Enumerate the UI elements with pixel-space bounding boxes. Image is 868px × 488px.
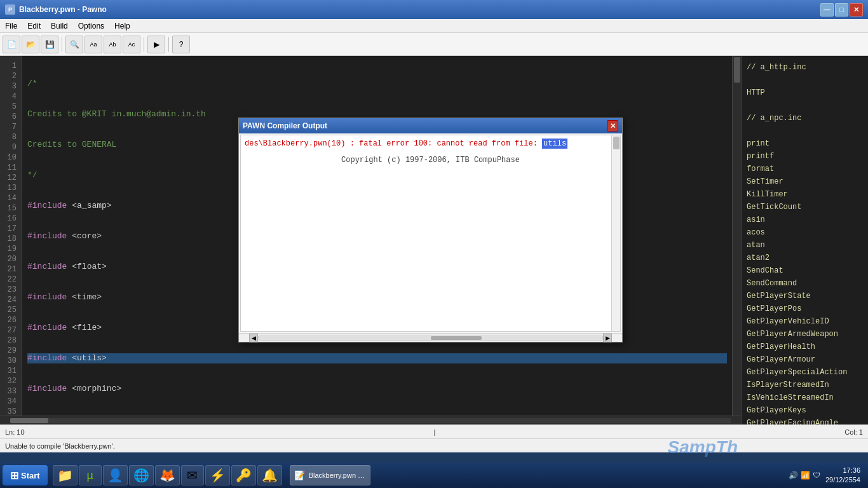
compiler-hscrollbar[interactable]: ◀ ▶ — [239, 333, 622, 342]
menu-edit[interactable]: Edit — [22, 19, 46, 32]
fn-isvehiclestreamedIn: IsVehicleStreamedIn — [744, 391, 865, 404]
compiler-scrollbar[interactable] — [611, 135, 620, 331]
statusbar: Ln: 10 | Col: 1 — [0, 424, 868, 438]
fn-atan: atan — [744, 239, 865, 252]
compiler-dialog: PAWN Compiler Output ✕ des\Blackberry.pw… — [238, 118, 623, 342]
fn-sendchat: SendChat — [744, 264, 865, 277]
taskbar-active-pawno[interactable]: 📝 Blackberry.pwn -... — [290, 465, 370, 485]
open-button[interactable]: 📂 — [22, 36, 39, 53]
fn-getplayerspecialaction: GetPlayerSpecialAction — [744, 366, 865, 379]
start-label: Start — [21, 471, 40, 480]
window-title: Blackberry.pwn - Pawno — [19, 5, 107, 14]
editor-hscrollbar[interactable] — [0, 416, 741, 424]
status-line: Ln: 10 — [5, 428, 25, 436]
menu-file[interactable]: File — [0, 19, 22, 32]
fn-isplayerstreamedIn: IsPlayerStreamedIn — [744, 379, 865, 391]
taskbar-app-key[interactable]: 🔑 — [231, 465, 256, 485]
compiler-close-button[interactable]: ✕ — [607, 120, 618, 132]
compiler-hscrollbar-thumb[interactable] — [431, 336, 482, 340]
code-line-1: /* — [27, 79, 727, 89]
fn-blank-1 — [744, 74, 865, 86]
status-col: Col: 1 — [844, 428, 863, 436]
fn-print: print — [744, 137, 865, 150]
code-line-11: #include <morphinc> — [27, 384, 727, 394]
fn-getplayerfacingangle: GetPlayerFacingAngle — [744, 417, 865, 424]
fn-settimer: SetTimer — [744, 175, 865, 188]
toolbar-separator-2 — [144, 37, 144, 52]
compiler-output: des\Blackberry.pwn(10) : fatal error 100… — [240, 135, 621, 332]
fn-getplayervehicleid: GetPlayerVehicleID — [744, 315, 865, 328]
toolbar: 📄 📂 💾 🔍 Aa Ab Ac ▶ ? — [0, 33, 868, 56]
taskbar-right: 🔊 📶 🛡 17:36 29/12/2554 — [789, 466, 865, 485]
button-a[interactable]: Aa — [85, 36, 102, 53]
editor-hscrollbar-thumb[interactable] — [10, 418, 48, 423]
taskbar-left: ⊞ Start 📁 µ 👤 🌐 🦊 ✉ ⚡ 🔑 🔔 📝 Blackberry.p… — [3, 465, 370, 485]
pawno-taskbar-icon: 📝 — [294, 470, 305, 480]
help-button[interactable]: ? — [172, 36, 190, 53]
fn-getplayerarmour: GetPlayerArmour — [744, 353, 865, 366]
compiler-dialog-title: PAWN Compiler Output — [243, 121, 327, 130]
maximize-button[interactable]: □ — [835, 3, 848, 17]
fn-sendcommand: SendCommand — [744, 277, 865, 290]
firefox-icon: 🦊 — [159, 468, 175, 483]
fn-getplayerkeys: GetPlayerKeys — [744, 404, 865, 417]
find-button[interactable]: 🔍 — [65, 36, 83, 53]
toolbar-separator-1 — [62, 37, 62, 52]
compiler-hscrollbar-track[interactable] — [258, 336, 603, 341]
contacts-icon: 👤 — [107, 468, 123, 483]
bottom-status: Unable to compile 'Blackberry.pwn'. — [0, 438, 868, 452]
compile-button[interactable]: ▶ — [147, 36, 165, 53]
editor-scrollbar[interactable] — [732, 56, 741, 416]
fn-printf: printf — [744, 150, 865, 163]
system-clock[interactable]: 17:36 29/12/2554 — [825, 466, 860, 485]
menu-help[interactable]: Help — [109, 19, 135, 32]
menu-options[interactable]: Options — [73, 19, 109, 32]
utorrent-icon: µ — [86, 469, 93, 482]
taskbar: ⊞ Start 📁 µ 👤 🌐 🦊 ✉ ⚡ 🔑 🔔 📝 Blackberry.p… — [0, 463, 868, 488]
compiler-hscroll-left[interactable]: ◀ — [249, 334, 258, 342]
taskbar-app-firefox[interactable]: 🦊 — [155, 465, 180, 485]
tray-icon-3: 🛡 — [813, 471, 820, 480]
taskbar-app-chrome[interactable]: 🌐 — [129, 465, 154, 485]
titlebar-left: P Blackberry.pwn - Pawno — [5, 4, 107, 15]
button-b[interactable]: Ab — [104, 36, 121, 53]
compiler-copyright: Copyright (c) 1997-2006, ITB CompuPhase — [245, 154, 616, 166]
compiler-scrollbar-thumb[interactable] — [613, 137, 620, 149]
save-button[interactable]: 💾 — [41, 36, 58, 53]
fn-blank-3 — [744, 125, 865, 137]
explorer-icon: 📁 — [57, 468, 73, 483]
fn-killtimer: KillTimer — [744, 188, 865, 201]
taskbar-app-contacts[interactable]: 👤 — [103, 465, 128, 485]
new-button[interactable]: 📄 — [3, 36, 20, 53]
compiler-error-highlight: utils — [542, 139, 567, 149]
menu-build[interactable]: Build — [46, 19, 73, 32]
editor-scrollbar-thumb[interactable] — [734, 57, 740, 83]
fn-acos: acos — [744, 226, 865, 239]
function-panel: // a_http.inc HTTP // a_npc.inc print pr… — [741, 56, 868, 424]
key-icon: 🔑 — [236, 468, 252, 483]
close-button[interactable]: ✕ — [850, 3, 863, 17]
fn-asin: asin — [744, 214, 865, 226]
fn-comment-http: // a_http.inc — [744, 61, 865, 74]
taskbar-app-email[interactable]: ✉ — [181, 465, 204, 485]
fn-getplayerpos: GetPlayerPos — [744, 302, 865, 315]
compiler-hscroll-right[interactable]: ▶ — [603, 334, 612, 342]
compiler-titlebar: PAWN Compiler Output ✕ — [239, 118, 622, 133]
compiler-error-line: des\Blackberry.pwn(10) : fatal error 100… — [245, 139, 542, 148]
taskbar-app-explorer[interactable]: 📁 — [53, 465, 78, 485]
taskbar-app-thunder[interactable]: ⚡ — [205, 465, 230, 485]
minimize-button[interactable]: — — [820, 3, 834, 17]
fn-blank-2 — [744, 99, 865, 112]
chrome-icon: 🌐 — [133, 468, 149, 483]
taskbar-app-bell[interactable]: 🔔 — [257, 465, 282, 485]
taskbar-app-utorrent[interactable]: µ — [79, 465, 102, 485]
editor-hscrollbar-track[interactable] — [10, 418, 731, 423]
button-c[interactable]: Ac — [123, 36, 140, 53]
fn-getplayerhealth: GetPlayerHealth — [744, 341, 865, 353]
bell-icon: 🔔 — [262, 468, 278, 483]
fn-getplayerarmedweapon: GetPlayerArmedWeapon — [744, 328, 865, 341]
code-line-10: #include <utils> — [27, 353, 727, 363]
start-button[interactable]: ⊞ Start — [3, 465, 48, 485]
tray-icon-2: 📶 — [801, 471, 810, 480]
fn-atan2: atan2 — [744, 252, 865, 264]
